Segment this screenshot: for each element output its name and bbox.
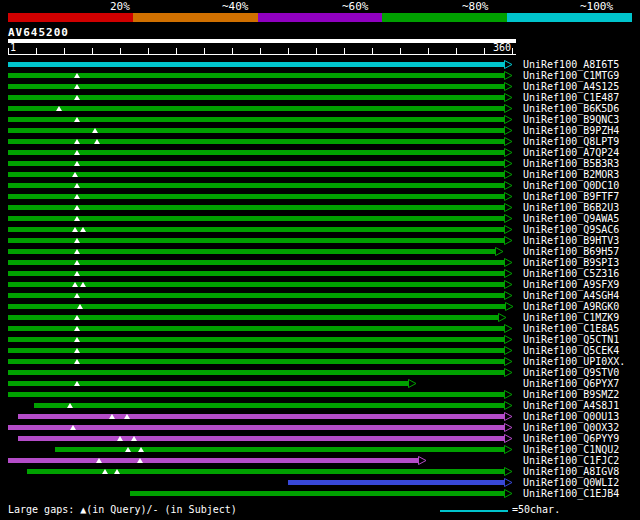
hit-label[interactable]: UniRef100_A9SFX9 (523, 279, 619, 290)
scale-label-80: ~80% (462, 1, 489, 12)
hit-label[interactable]: UniRef100_UPI0XX. (523, 356, 625, 367)
alignment-bar[interactable] (8, 271, 504, 276)
hit-label[interactable]: UniRef100_Q0OX32 (523, 422, 619, 433)
arrowhead-icon (504, 159, 513, 168)
alignment-bar[interactable] (8, 95, 504, 100)
alignment-bar[interactable] (8, 183, 504, 188)
alignment-bar[interactable] (8, 293, 504, 298)
hit-label[interactable]: UniRef100_A4S125 (523, 81, 619, 92)
hit-label[interactable]: UniRef100_B2MOR3 (523, 169, 619, 180)
hit-label[interactable]: UniRef100_B6K5D6 (523, 103, 619, 114)
alignment-bar[interactable] (8, 139, 504, 144)
alignment-bar[interactable] (18, 436, 504, 441)
alignment-row: UniRef100_C5Z316 (0, 268, 640, 279)
hit-label[interactable]: UniRef100_Q9SAC6 (523, 224, 619, 235)
hit-label[interactable]: UniRef100_B6B2U3 (523, 202, 619, 213)
hit-label[interactable]: UniRef100_Q5CTN1 (523, 334, 619, 345)
hit-label[interactable]: UniRef100_C1EJB4 (523, 488, 619, 499)
hit-label[interactable]: UniRef100_C1FJC2 (523, 455, 619, 466)
hit-label[interactable]: UniRef100_Q8LPT9 (523, 136, 619, 147)
hit-label[interactable]: UniRef100_Q9STV0 (523, 367, 619, 378)
alignment-bar[interactable] (8, 359, 504, 364)
hit-label[interactable]: UniRef100_A9RGK0 (523, 301, 619, 312)
alignment-bar[interactable] (8, 216, 504, 221)
alignment-bar[interactable] (18, 414, 504, 419)
hit-label[interactable]: UniRef100_B9SMZ2 (523, 389, 619, 400)
alignment-bar[interactable] (8, 73, 504, 78)
scale-segment-purple (258, 13, 383, 22)
alignment-bar[interactable] (8, 392, 504, 397)
alignment-bar[interactable] (8, 172, 504, 177)
hit-label[interactable]: UniRef100_B9FTF7 (523, 191, 619, 202)
hit-label[interactable]: UniRef100_A4SGH4 (523, 290, 619, 301)
alignment-bar[interactable] (8, 194, 504, 199)
arrowhead-icon (504, 412, 513, 421)
alignment-bar[interactable] (8, 348, 504, 353)
ruler (8, 48, 516, 55)
arrowhead-icon (504, 170, 513, 179)
alignment-bar[interactable] (130, 491, 504, 496)
hit-label[interactable]: UniRef100_C1E487 (523, 92, 619, 103)
gap-marker-icon (94, 139, 100, 144)
hit-label[interactable]: UniRef100_A4S8J1 (523, 400, 619, 411)
alignment-bar[interactable] (8, 260, 504, 265)
hit-label[interactable]: UniRef100_A8IGV8 (523, 466, 619, 477)
alignment-bar[interactable] (8, 249, 495, 254)
hit-label[interactable]: UniRef100_C1E8A5 (523, 323, 619, 334)
alignment-bar[interactable] (8, 370, 504, 375)
arrowhead-icon (504, 225, 513, 234)
alignment-bar[interactable] (55, 447, 504, 452)
gap-marker-icon (74, 293, 80, 298)
gap-marker-icon (74, 348, 80, 353)
hit-label[interactable]: UniRef100_B9PZH4 (523, 125, 619, 136)
alignment-bar[interactable] (8, 106, 504, 111)
hit-label[interactable]: UniRef100_C1MTG9 (523, 70, 619, 81)
hit-label[interactable]: UniRef100_B5B3R3 (523, 158, 619, 169)
alignment-bar[interactable] (8, 238, 504, 243)
alignment-bar[interactable] (8, 117, 504, 122)
alignment-row: UniRef100_A9RGK0 (0, 301, 640, 312)
alignment-row: UniRef100_Q0WLI2 (0, 477, 640, 488)
alignment-bar[interactable] (8, 458, 418, 463)
hit-label[interactable]: UniRef100_C1MZK9 (523, 312, 619, 323)
arrowhead-icon (418, 456, 427, 465)
alignment-bar[interactable] (8, 161, 504, 166)
alignment-bar[interactable] (8, 326, 504, 331)
arrowhead-icon (504, 335, 513, 344)
alignment-row: UniRef100_C1MTG9 (0, 70, 640, 81)
alignment-bar[interactable] (27, 469, 503, 474)
hit-label[interactable]: UniRef100_B69H57 (523, 246, 619, 257)
hit-label[interactable]: UniRef100_B9HTV3 (523, 235, 619, 246)
alignment-bar[interactable] (8, 337, 504, 342)
alignment-bar[interactable] (288, 480, 504, 485)
hit-label[interactable]: UniRef100_Q0OU13 (523, 411, 619, 422)
hit-label[interactable]: UniRef100_Q6PYX7 (523, 378, 619, 389)
hit-label[interactable]: UniRef100_C1NQU2 (523, 444, 619, 455)
scale-segment-green (382, 13, 507, 22)
hit-label[interactable]: UniRef100_Q0DC10 (523, 180, 619, 191)
alignment-bar[interactable] (34, 403, 503, 408)
hit-label[interactable]: UniRef100_Q6PYY9 (523, 433, 619, 444)
hit-label[interactable]: UniRef100_A7QP24 (523, 147, 619, 158)
alignment-row: UniRef100_A9SFX9 (0, 279, 640, 290)
alignment-row: UniRef100_C1NQU2 (0, 444, 640, 455)
hit-label[interactable]: UniRef100_Q0WLI2 (523, 477, 619, 488)
alignment-bar[interactable] (8, 381, 408, 386)
alignment-bar[interactable] (8, 62, 504, 67)
alignment-bar[interactable] (8, 128, 504, 133)
alignment-bar[interactable] (8, 315, 498, 320)
alignment-bar[interactable] (8, 425, 504, 430)
alignment-bar[interactable] (8, 150, 504, 155)
hit-label[interactable]: UniRef100_Q9AWA5 (523, 213, 619, 224)
alignment-bar[interactable] (8, 84, 504, 89)
arrowhead-icon (504, 60, 513, 69)
gap-marker-icon (74, 260, 80, 265)
hit-label[interactable]: UniRef100_B9SPI3 (523, 257, 619, 268)
alignment-row: UniRef100_B9QNC3 (0, 114, 640, 125)
hit-label[interactable]: UniRef100_C5Z316 (523, 268, 619, 279)
arrowhead-icon (504, 214, 513, 223)
hit-label[interactable]: UniRef100_B9QNC3 (523, 114, 619, 125)
alignment-bar[interactable] (8, 205, 504, 210)
hit-label[interactable]: UniRef100_Q5CEK4 (523, 345, 619, 356)
hit-label[interactable]: UniRef100_A8I6T5 (523, 59, 619, 70)
